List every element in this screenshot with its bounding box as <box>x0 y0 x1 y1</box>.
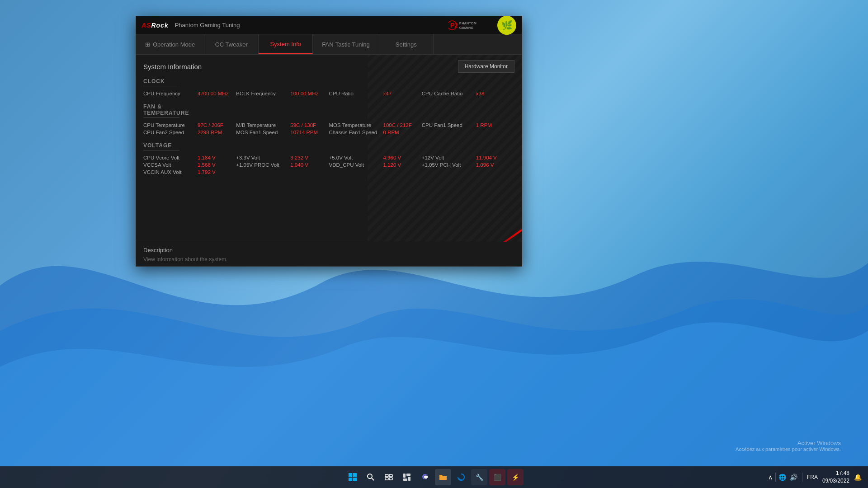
cpu-fan2-value: 2298 RPM <box>198 130 222 135</box>
clock-section: CLOCK CPU Frequency 4700.00 MHz BCLK Fre… <box>143 78 514 97</box>
voltage-grid-row3: VCCIN AUX Volt 1.792 V <box>143 169 514 176</box>
v50-label: +5.0V Volt <box>329 155 383 160</box>
app3-button[interactable]: ⚡ <box>507 469 524 485</box>
cpu-frequency-value: 4700.00 MHz <box>198 91 228 96</box>
cpu-ratio-value: x47 <box>383 91 392 96</box>
taskbar-center: 💬 🔧 ⬛ ⚡ <box>344 469 524 485</box>
voltage-section: VOLTAGE CPU Vcore Volt 1.184 V +3.3V Vol… <box>143 142 514 176</box>
svg-rect-17 <box>403 479 407 481</box>
start-button[interactable] <box>344 469 361 485</box>
chevron-up-icon[interactable]: ∧ <box>767 473 774 482</box>
mos-temp-value: 100C / 212F <box>383 122 412 128</box>
proc-volt-item: +1.05V PROC Volt 1.040 V <box>236 161 329 169</box>
cpu-vcore-label: CPU Vcore Volt <box>143 155 198 160</box>
vdd-cpu-item: VDD_CPU Volt 1.120 V <box>329 161 422 169</box>
app2-icon: ⬛ <box>494 474 501 481</box>
svg-rect-7 <box>349 478 352 481</box>
file-explorer-button[interactable] <box>435 469 451 485</box>
mb-temp-item: M/B Temperature 59C / 138F <box>236 122 329 129</box>
v50-value: 4.960 V <box>383 155 401 160</box>
tab-oc-tweaker[interactable]: OC Tweaker <box>204 34 259 54</box>
taskbar-right: ∧ 🌐 🔊 FRA 17:48 09/03/2022 🔔 <box>767 469 863 485</box>
chassis-fan1-label: Chassis Fan1 Speed <box>329 130 383 135</box>
activate-subtitle: Accédez aux paramètres pour activer Wind… <box>736 446 841 452</box>
volume-icon[interactable]: 🔊 <box>789 473 798 482</box>
v12-value: 11.904 V <box>476 155 497 160</box>
vccin-aux-value: 1.792 V <box>198 169 216 175</box>
v33-item: +3.3V Volt 3.232 V <box>236 154 329 161</box>
cpu-fan1-value: 1 RPM <box>476 122 492 128</box>
app-title: Phantom Gaming Tuning <box>175 22 240 28</box>
description-text: View information about the system. <box>143 256 514 263</box>
v50-item: +5.0V Volt 4.960 V <box>329 154 422 161</box>
section-header: System Information Hardware Monitor <box>143 60 514 73</box>
taskbar-clock[interactable]: 17:48 09/03/2022 <box>822 469 849 485</box>
mos-fan1-item: MOS Fan1 Speed 10714 RPM <box>236 129 329 136</box>
voltage-label: VOLTAGE <box>143 142 179 150</box>
v33-value: 3.232 V <box>290 155 308 160</box>
search-button[interactable] <box>363 469 379 485</box>
svg-rect-16 <box>406 474 410 476</box>
cpu-vcore-item: CPU Vcore Volt 1.184 V <box>143 154 236 161</box>
cpu-fan2-label: CPU Fan2 Speed <box>143 130 198 135</box>
phantom-icon: 🌿 <box>497 16 516 35</box>
brand-logo: ASRock <box>142 22 169 29</box>
tray-divider2 <box>802 473 802 482</box>
hardware-monitor-button[interactable]: Hardware Monitor <box>458 60 514 73</box>
taskview-button[interactable] <box>381 469 397 485</box>
svg-text:GAMING: GAMING <box>459 26 473 29</box>
cpu-ratio-label: CPU Ratio <box>329 91 383 96</box>
mos-temp-label: MOS Temperature <box>329 122 383 128</box>
tab-system-info[interactable]: System Info <box>259 34 313 54</box>
mos-fan1-label: MOS Fan1 Speed <box>236 130 290 135</box>
content-area: System Information Hardware Monitor CLOC… <box>136 55 522 267</box>
svg-rect-15 <box>403 474 406 478</box>
cpu-vcore-value: 1.184 V <box>198 155 216 160</box>
voltage-grid-row1: CPU Vcore Volt 1.184 V +3.3V Volt 3.232 … <box>143 154 514 161</box>
svg-rect-14 <box>389 478 392 480</box>
cpu-fan1-item: CPU Fan1 Speed 1 RPM <box>422 122 514 129</box>
chat-button[interactable]: 💬 <box>417 469 433 485</box>
bclk-frequency-value: 100.00 MHz <box>290 91 318 96</box>
tab-settings[interactable]: Settings <box>379 34 434 54</box>
activate-title: Activer Windows <box>736 440 841 446</box>
description-title: Description <box>143 247 514 253</box>
app2-button[interactable]: ⬛ <box>489 469 505 485</box>
edge-button[interactable] <box>453 469 469 485</box>
page-title: System Information <box>143 63 202 70</box>
pch-volt-label: +1.05V PCH Volt <box>422 162 476 168</box>
bclk-frequency-label: BCLK Frequency <box>236 91 290 96</box>
cpu-temp-label: CPU Temperature <box>143 122 198 128</box>
tab-operation-mode[interactable]: ⊞ Operation Mode <box>136 34 204 54</box>
svg-rect-8 <box>353 478 357 481</box>
widgets-button[interactable] <box>399 469 415 485</box>
notification-icon[interactable]: 🔔 <box>853 473 863 482</box>
v33-label: +3.3V Volt <box>236 155 290 160</box>
mos-temp-item: MOS Temperature 100C / 212F <box>329 122 422 129</box>
language-indicator[interactable]: FRA <box>806 473 819 481</box>
tab-fan-tastic[interactable]: FAN-Tastic Tuning <box>313 34 379 54</box>
mos-fan1-value: 10714 RPM <box>290 130 318 135</box>
cpu-fan1-label: CPU Fan1 Speed <box>422 122 476 128</box>
folder-icon <box>439 473 447 481</box>
bclk-frequency-item: BCLK Frequency 100.00 MHz <box>236 90 329 97</box>
app1-button[interactable]: 🔧 <box>471 469 487 485</box>
nav-bar: ⊞ Operation Mode OC Tweaker System Info … <box>136 34 522 55</box>
description-section: Description View information about the s… <box>136 242 522 267</box>
v12-item: +12V Volt 11.904 V <box>422 154 514 161</box>
svg-rect-5 <box>349 473 352 477</box>
proc-volt-value: 1.040 V <box>290 162 308 168</box>
app3-icon: ⚡ <box>512 474 519 481</box>
vdd-cpu-value: 1.120 V <box>383 162 401 168</box>
cpu-temp-value: 97C / 206F <box>198 122 223 128</box>
vccsa-value: 1.568 V <box>198 162 216 168</box>
app-window: ASRock Phantom Gaming Tuning P2 PHANTOM … <box>136 16 522 267</box>
grid-icon: ⊞ <box>145 41 150 48</box>
v12-label: +12V Volt <box>422 155 476 160</box>
fan-temp-section: FAN & TEMPERATURE CPU Temperature 97C / … <box>143 103 514 136</box>
vdd-cpu-label: VDD_CPU Volt <box>329 162 383 168</box>
fan-temp-grid-row1: CPU Temperature 97C / 206F M/B Temperatu… <box>143 122 514 129</box>
taskbar: 💬 🔧 ⬛ ⚡ ∧ 🌐 🔊 <box>0 466 868 488</box>
network-icon[interactable]: 🌐 <box>778 473 787 482</box>
title-bar: ASRock Phantom Gaming Tuning P2 PHANTOM … <box>136 16 522 34</box>
